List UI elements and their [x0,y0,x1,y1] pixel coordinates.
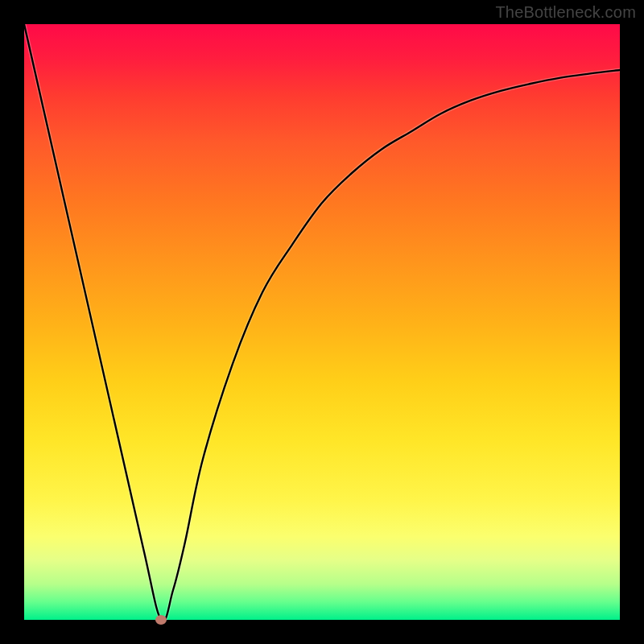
chart-canvas: TheBottleneck.com [0,0,644,644]
optimum-marker [155,615,167,625]
attribution-label: TheBottleneck.com [495,3,636,22]
plot-area [24,24,620,620]
